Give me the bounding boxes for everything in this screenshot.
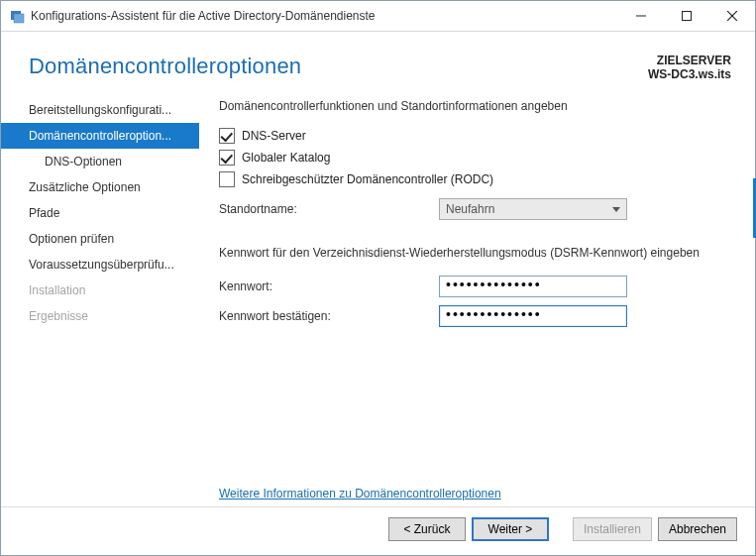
sitename-label: Standortname: <box>219 202 439 216</box>
wizard-window: Konfigurations-Assistent für die Active … <box>0 0 756 556</box>
svg-rect-3 <box>683 12 692 21</box>
sidebar-item-4[interactable]: Pfade <box>1 200 199 226</box>
target-server-label: ZIELSERVER <box>648 54 731 67</box>
sidebar-item-1[interactable]: Domänencontrolleroption... <box>1 123 199 149</box>
header: Domänencontrolleroptionen ZIELSERVER WS-… <box>1 32 755 89</box>
sidebar: Bereitstellungskonfigurati...Domänencont… <box>1 89 199 506</box>
close-button[interactable] <box>709 1 755 31</box>
sidebar-item-7: Installation <box>1 278 199 303</box>
main-panel: Domänencontrollerfunktionen und Standort… <box>199 89 755 506</box>
sidebar-item-8: Ergebnisse <box>1 303 199 329</box>
sidebar-item-5[interactable]: Optionen prüfen <box>1 226 199 252</box>
page-title: Domänencontrolleroptionen <box>29 54 301 79</box>
gc-checkbox-row[interactable]: Globaler Katalog <box>219 150 725 166</box>
gc-checkbox-label: Globaler Katalog <box>242 151 330 165</box>
content: Bereitstellungskonfigurati...Domänencont… <box>1 89 755 506</box>
password-row: Kennwort: •••••••••••••• <box>219 276 725 297</box>
sidebar-item-6[interactable]: Voraussetzungsüberprüfu... <box>1 252 199 278</box>
dns-checkbox-row[interactable]: DNS-Server <box>219 128 725 144</box>
titlebar: Konfigurations-Assistent für die Active … <box>1 1 755 32</box>
install-button: Installieren <box>573 517 652 541</box>
sitename-value: Neufahrn <box>446 202 494 216</box>
dsrm-heading: Kennwort für den Verzeichnisdienst-Wiede… <box>219 246 725 260</box>
password-confirm-input[interactable]: •••••••••••••• <box>439 305 627 327</box>
footer: < Zurück Weiter > Installieren Abbrechen <box>1 506 755 555</box>
maximize-button[interactable] <box>664 1 709 31</box>
rodc-checkbox-label: Schreibgeschützter Domänencontroller (RO… <box>242 172 493 186</box>
password-label: Kennwort: <box>219 279 439 293</box>
rodc-checkbox-row[interactable]: Schreibgeschützter Domänencontroller (RO… <box>219 171 725 187</box>
chevron-down-icon <box>612 207 620 212</box>
window-title: Konfigurations-Assistent für die Active … <box>31 9 618 23</box>
password-confirm-row: Kennwort bestätigen: •••••••••••••• <box>219 305 725 327</box>
back-button[interactable]: < Zurück <box>388 517 466 541</box>
minimize-button[interactable] <box>618 1 664 31</box>
target-server-value: WS-DC3.ws.its <box>648 67 731 81</box>
dns-checkbox[interactable] <box>219 128 235 144</box>
password-input[interactable]: •••••••••••••• <box>439 276 627 297</box>
rodc-checkbox[interactable] <box>219 171 235 187</box>
sitename-row: Standortname: Neufahrn <box>219 198 725 220</box>
svg-rect-1 <box>14 14 24 23</box>
more-info-link[interactable]: Weitere Informationen zu Domänencontroll… <box>219 487 725 500</box>
gc-checkbox[interactable] <box>219 150 235 166</box>
app-icon <box>9 8 25 24</box>
password-confirm-label: Kennwort bestätigen: <box>219 309 439 323</box>
sitename-select[interactable]: Neufahrn <box>439 198 627 220</box>
sidebar-item-3[interactable]: Zusätzliche Optionen <box>1 174 199 200</box>
wizard-body: Domänencontrolleroptionen ZIELSERVER WS-… <box>1 32 755 555</box>
next-button[interactable]: Weiter > <box>472 517 549 541</box>
sidebar-item-2[interactable]: DNS-Optionen <box>1 149 199 174</box>
window-controls <box>618 1 755 31</box>
cancel-button[interactable]: Abbrechen <box>658 517 737 541</box>
sidebar-item-0[interactable]: Bereitstellungskonfigurati... <box>1 97 199 123</box>
capabilities-heading: Domänencontrollerfunktionen und Standort… <box>219 99 725 113</box>
dns-checkbox-label: DNS-Server <box>242 129 306 143</box>
target-server-block: ZIELSERVER WS-DC3.ws.its <box>648 54 731 81</box>
